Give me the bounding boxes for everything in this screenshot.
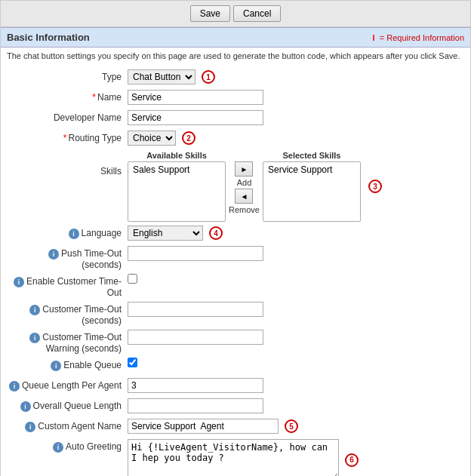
- type-row: Type Chat Button 1: [7, 69, 464, 86]
- push-timeout-control: [128, 246, 464, 261]
- auto-greeting-control: Hi {!LiveAgent_VisitorName}, how can I h…: [128, 439, 464, 476]
- name-label: *Name: [7, 90, 128, 103]
- customer-timeout-warning-label: iCustomer Time-Out Warning (seconds): [7, 330, 128, 354]
- custom-agent-name-row: iCustom Agent Name 5: [7, 419, 464, 435]
- basic-info-title: Basic Information: [7, 32, 90, 43]
- language-control: English 4: [128, 226, 464, 241]
- auto-greeting-textarea[interactable]: Hi {!LiveAgent_VisitorName}, how can I h…: [128, 439, 339, 476]
- language-row: iLanguage English 4: [7, 226, 464, 242]
- overall-queue-input[interactable]: [128, 398, 263, 413]
- selected-skills-box: Selected Skills Service Support: [263, 151, 361, 222]
- add-skill-button[interactable]: ►: [235, 161, 253, 177]
- remove-skill-button[interactable]: ◄: [235, 189, 253, 204]
- customer-timeout-label: iCustomer Time-Out (seconds): [7, 302, 128, 326]
- skills-control: Available Skills Sales Support ► Add ◄ R…: [128, 151, 464, 222]
- auto-greeting-label: iAuto Greeting: [7, 439, 128, 453]
- skills-label: Skills: [7, 151, 128, 177]
- type-label: Type: [7, 69, 128, 82]
- overall-queue-label: iOverall Queue Length: [7, 398, 128, 412]
- developer-name-control: [128, 110, 464, 125]
- enable-customer-timeout-label: iEnable Customer Time-Out: [7, 274, 128, 298]
- routing-type-control: Choice 2: [128, 131, 464, 146]
- circle-3: 3: [368, 180, 382, 193]
- add-label: Add: [237, 178, 252, 187]
- skills-container: Available Skills Sales Support ► Add ◄ R…: [128, 151, 382, 222]
- circle-5: 5: [285, 419, 298, 433]
- skills-row: Skills Available Skills Sales Support ► …: [7, 151, 464, 222]
- developer-name-row: Developer Name: [7, 110, 464, 127]
- push-timeout-input[interactable]: [128, 246, 263, 261]
- basic-info-form: Type Chat Button 1 *Name document.curren…: [1, 66, 470, 476]
- enable-queue-label: iEnable Queue: [7, 358, 128, 371]
- required-legend: I = Required Information: [373, 33, 464, 42]
- enable-queue-control: [128, 358, 464, 367]
- customer-timeout-row: iCustomer Time-Out (seconds): [7, 302, 464, 326]
- type-control: Chat Button 1: [128, 69, 464, 84]
- basic-info-header: Basic Information I = Required Informati…: [1, 27, 470, 48]
- customer-timeout-control: [128, 302, 464, 317]
- customer-timeout-warning-input[interactable]: [128, 330, 263, 345]
- top-toolbar: Save Cancel: [1, 1, 470, 27]
- top-save-button[interactable]: Save: [190, 5, 230, 22]
- custom-agent-name-input[interactable]: [128, 419, 279, 434]
- auto-greeting-row: iAuto Greeting Hi {!LiveAgent_VisitorNam…: [7, 439, 464, 476]
- custom-agent-name-label: iCustom Agent Name: [7, 419, 128, 432]
- top-cancel-button[interactable]: Cancel: [233, 5, 281, 22]
- queue-length-label: iQueue Length Per Agent: [7, 378, 128, 392]
- customer-timeout-warning-row: iCustomer Time-Out Warning (seconds): [7, 330, 464, 354]
- queue-length-control: [128, 378, 464, 393]
- name-row: *Name document.currentScript.previousEle…: [7, 90, 464, 106]
- developer-name-label: Developer Name: [7, 110, 128, 123]
- enable-queue-row: iEnable Queue: [7, 358, 464, 374]
- name-control: document.currentScript.previousElementSi…: [128, 90, 464, 105]
- page-wrapper: Save Cancel Basic Information I = Requir…: [0, 0, 471, 476]
- enable-customer-timeout-checkbox[interactable]: [128, 274, 137, 284]
- enable-customer-timeout-control: [128, 274, 464, 284]
- available-skills-header: Available Skills: [128, 151, 226, 160]
- queue-length-input[interactable]: [128, 378, 263, 393]
- available-skills-list[interactable]: Sales Support: [128, 161, 226, 222]
- enable-customer-timeout-row: iEnable Customer Time-Out: [7, 274, 464, 298]
- circle-1: 1: [202, 70, 215, 84]
- name-input[interactable]: [128, 90, 263, 105]
- basic-info-desc: The chat button settings you specify on …: [1, 48, 470, 66]
- enable-queue-checkbox[interactable]: [128, 358, 137, 367]
- remove-label: Remove: [229, 205, 260, 214]
- circle-4: 4: [209, 226, 223, 240]
- routing-type-label: *Routing Type: [7, 131, 128, 143]
- circle-6: 6: [345, 453, 359, 467]
- selected-skills-header: Selected Skills: [263, 151, 361, 160]
- available-skills-box: Available Skills Sales Support: [128, 151, 226, 222]
- push-timeout-label: iPush Time-Out (seconds): [7, 246, 128, 270]
- customer-timeout-warning-control: [128, 330, 464, 345]
- language-label: iLanguage: [7, 226, 128, 239]
- routing-type-select[interactable]: Choice: [128, 131, 176, 146]
- customer-timeout-input[interactable]: [128, 302, 263, 317]
- overall-queue-control: [128, 398, 464, 413]
- push-timeout-row: iPush Time-Out (seconds): [7, 246, 464, 270]
- language-select[interactable]: English: [128, 226, 203, 241]
- routing-type-row: *Routing Type Choice 2: [7, 131, 464, 147]
- overall-queue-row: iOverall Queue Length: [7, 398, 464, 415]
- add-remove-area: ► Add ◄ Remove: [229, 151, 260, 214]
- circle-2: 2: [182, 131, 195, 145]
- developer-name-input[interactable]: [128, 110, 263, 125]
- selected-skills-list[interactable]: Service Support: [263, 161, 361, 222]
- queue-length-row: iQueue Length Per Agent: [7, 378, 464, 395]
- type-select[interactable]: Chat Button: [128, 69, 195, 84]
- custom-agent-name-control: 5: [128, 419, 464, 434]
